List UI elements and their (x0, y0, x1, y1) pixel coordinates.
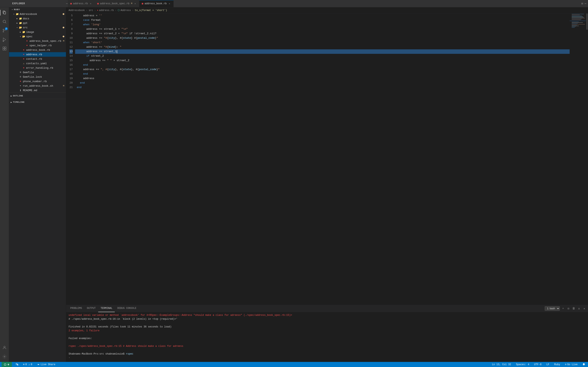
tab-close-button[interactable]: ✕ (168, 2, 171, 5)
sidebar-item-spec[interactable]: ▾ 📂 spec (9, 34, 66, 39)
sidebar-item-address-book-spec[interactable]: ● address_book_spec.rb M (9, 39, 66, 43)
terminal-line: Failed examples: (69, 337, 586, 341)
tab-close-button[interactable]: ✕ (89, 2, 92, 5)
scrollbar-thumb[interactable] (586, 13, 588, 30)
ruby-file-icon (97, 3, 99, 4)
go-live-label: Go Live (567, 363, 578, 366)
lock-icon: ≡ (19, 75, 22, 78)
sidebar-item-gemfile[interactable]: ≡ Gemfile (9, 70, 66, 75)
tab-close-button[interactable]: ✕ (134, 2, 137, 5)
breadcrumb-src[interactable]: src (89, 9, 93, 12)
ruby-file-icon (70, 3, 72, 4)
activity-source-control[interactable]: 3 (0, 26, 9, 35)
chevron-down-icon: ▾ (11, 8, 14, 11)
bash-selector[interactable]: 1: bash (545, 306, 560, 311)
svg-point-6 (3, 31, 4, 32)
sidebar-item-contact[interactable]: ● contact.rb (9, 57, 66, 61)
maximize-panel-icon[interactable]: ∧ (577, 307, 581, 310)
sidebar-item-readme[interactable]: ℹ README.md (9, 88, 66, 92)
code-editor[interactable]: 5 6 7 8 9 10 11 12 13 14 15 16 17 18 19 … (66, 13, 588, 305)
code-line-10: address += "#{city}, #{state} #{postal_c… (75, 36, 570, 40)
status-encoding[interactable]: UTF-8 (533, 362, 543, 367)
kill-terminal-icon[interactable]: 🗑 (572, 307, 576, 310)
split-editor-icon[interactable]: ⊟ (581, 2, 583, 5)
sidebar-item-error-handling[interactable]: ● error_handling.rb (9, 66, 66, 70)
activity-bar: 3 (0, 7, 9, 362)
timeline-label: TIMELINE (13, 101, 25, 103)
sidebar-item-gemfile-lock[interactable]: ≡ Gemfile.lock (9, 75, 66, 79)
live-share-label: Live Share (41, 363, 55, 366)
status-notifications[interactable] (581, 362, 586, 367)
sidebar-item-addressbook[interactable]: ▾ 📁 Addressbook (9, 12, 66, 16)
code-line-6: case format (75, 18, 570, 22)
sidebar-item-run-address-book[interactable]: ▪ run_address_book.sh M (9, 83, 66, 88)
folder-closed-icon: 📁 (19, 21, 22, 25)
code-line-18: end (75, 72, 570, 76)
svg-rect-31 (572, 27, 575, 28)
status-spaces[interactable]: Spaces: 4 (515, 362, 530, 367)
sidebar-item-src[interactable]: ▾ 📂 src (9, 25, 66, 30)
breadcrumb-addressbook[interactable]: Addressbook (69, 9, 85, 12)
status-position[interactable]: Ln 13, Col 32 (491, 362, 512, 367)
activity-extensions[interactable] (0, 44, 9, 53)
sidebar-item-ruby[interactable]: ▾ RUBY (9, 7, 66, 12)
status-source-control[interactable] (14, 362, 19, 367)
chevron-right-icon: ▶ (11, 95, 12, 97)
breadcrumb-method[interactable]: to_s(format = 'short') (135, 9, 167, 12)
sidebar-item-phone-number[interactable]: ● phone_number.rb (9, 79, 66, 83)
breadcrumb-address-class[interactable]: Address (121, 9, 131, 12)
activity-settings[interactable] (0, 352, 9, 361)
vertical-scrollbar[interactable] (586, 13, 588, 305)
status-remote[interactable] (2, 362, 12, 367)
sidebar-item-spec-helper[interactable]: ● spec_helper.rb (9, 43, 66, 48)
svg-rect-1 (4, 12, 6, 14)
sidebar-item-contacts-yaml[interactable]: ⚠ contacts.yaml (9, 61, 66, 66)
terminal-line (69, 360, 586, 362)
modified-badge: M (63, 85, 64, 87)
status-live-share[interactable]: Live Share (36, 362, 57, 367)
sidebar-item-address-rb[interactable]: ● address.rb (9, 52, 66, 57)
breadcrumb-address-rb[interactable]: address.rb (99, 9, 114, 12)
status-eol[interactable]: LF (545, 362, 550, 367)
tab-address-rb[interactable]: address.rb ✕ (68, 0, 95, 7)
activity-run[interactable] (0, 35, 9, 44)
ruby-file-icon: ● (25, 44, 29, 47)
sidebar-item-image[interactable]: ▶ 📁 image (9, 30, 66, 34)
svg-rect-27 (572, 24, 585, 25)
sidebar-item-docs[interactable]: ▶ 📁 docs (9, 16, 66, 21)
explorer-more-icon[interactable]: ⋯ (66, 2, 68, 5)
status-language[interactable]: Ruby (553, 362, 562, 367)
remote-status-icon (4, 363, 7, 366)
timeline-header[interactable]: ▶ TIMELINE (9, 100, 66, 104)
status-errors[interactable]: ⊗ 0 ⚠ 0 (22, 362, 34, 367)
terminal-content[interactable]: undefined local variable or method `addr… (66, 312, 588, 362)
extensions-icon (2, 46, 7, 51)
outline-header[interactable]: ▶ OUTLINE (9, 94, 66, 98)
activity-bottom (0, 343, 9, 361)
tab-problems[interactable]: PROBLEMS (68, 305, 85, 312)
panel-tabs: PROBLEMS OUTPUT TERMINAL DEBUG CONSOLE 1… (66, 305, 588, 312)
spaces-label: Spaces: 4 (516, 363, 529, 366)
tab-address-book-spec[interactable]: address_book_spec.rb M ✕ (95, 0, 139, 7)
status-go-live[interactable]: ⊙ Go Live (564, 362, 579, 367)
activity-search[interactable] (0, 17, 9, 26)
split-terminal-icon[interactable]: ⊟ (566, 307, 571, 310)
sidebar-item-ppt[interactable]: ▶ 📁 ppt (9, 21, 66, 25)
svg-rect-26 (572, 23, 578, 24)
tab-terminal[interactable]: TERMINAL (98, 305, 115, 312)
minimap (570, 13, 586, 305)
explorer-title: EXPLORER (12, 2, 25, 5)
activity-explorer[interactable] (0, 8, 9, 17)
more-actions-icon[interactable]: ⋯ (585, 2, 586, 5)
tab-address-book-rb[interactable]: address_book.rb ✕ (139, 0, 173, 7)
sidebar-item-address-book[interactable]: ● address_book.rb (9, 48, 66, 52)
code-content[interactable]: address = '' case format when 'long' add… (75, 13, 570, 305)
ruby-file-icon: ● (22, 53, 25, 56)
svg-rect-21 (572, 19, 582, 19)
ruby-file-icon (142, 3, 143, 4)
add-terminal-icon[interactable]: + (561, 307, 565, 310)
tab-debug-console[interactable]: DEBUG CONSOLE (115, 305, 139, 312)
activity-remote[interactable] (0, 343, 9, 352)
tab-output[interactable]: OUTPUT (85, 305, 98, 312)
close-panel-icon[interactable]: ✕ (582, 307, 586, 310)
